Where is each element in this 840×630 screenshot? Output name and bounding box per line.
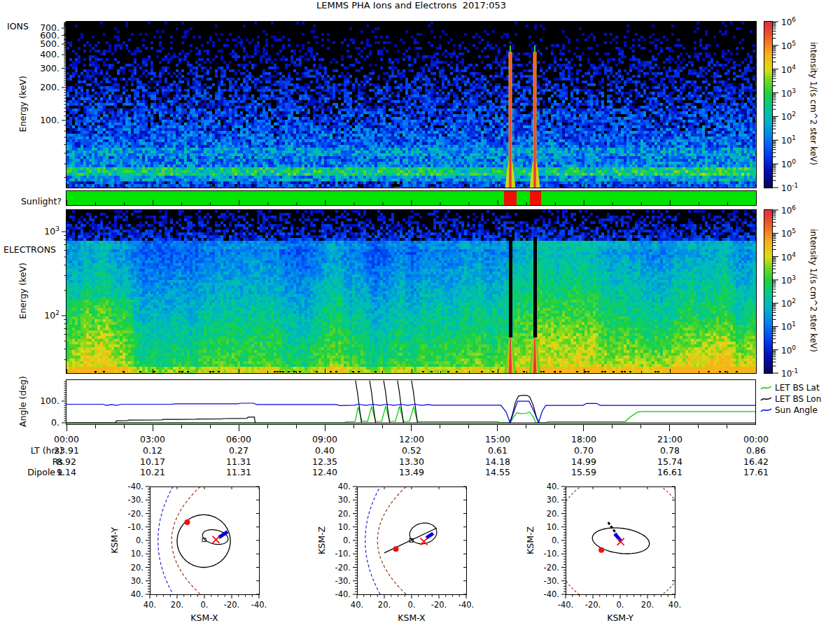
row-value: 0.86 [728,445,784,456]
orbit-yaxis-title: KSM-Y [109,527,120,554]
orbit-yaxis-title: KSM-Z [525,526,536,554]
electron-panel-label: ELECTRONS [4,244,56,255]
row-value: 13.49 [384,467,440,477]
orbit-plot-curves [158,486,230,594]
row-value: 0.12 [125,445,181,456]
legend-item-let-bs-lon: LET BS Lon [760,394,821,404]
time-tick-label: 18:00 [556,434,612,444]
ion-ytick-label: 300. [28,63,59,74]
lemms-plot-page: LEMMS PHA Ions and Electrons 2017:053 IO… [0,0,840,630]
orbit-ytick-label: -40. [128,482,144,491]
time-tick-label: 03:00 [125,434,181,444]
angle-panel [66,379,756,433]
orbit-ytick-label: 20. [131,563,144,573]
orbit-plot-curves [365,486,437,594]
orbit-plot-curves [553,482,690,608]
time-tick-label: 06:00 [211,434,267,444]
orbit-ytick-label: 20. [338,509,351,519]
row-value: 9.14 [38,467,94,477]
ion-colorbar-title: intensity 1/(s cm^2 ster keV) [808,27,818,181]
orbit-ytick-label: -10. [335,549,351,559]
angle-series-let-bs-lon [510,396,539,423]
ion-colorbar-ticks [772,18,782,192]
row-value: 0.78 [642,445,698,456]
electron-colorbar-ticks [772,206,782,378]
orbit-xtick-label: -40. [458,600,474,610]
orbit-ytick-label: 30. [338,495,351,505]
orbit-ytick-label: 0. [136,536,144,545]
row-value: 0.27 [211,445,267,456]
orbit-ytick-label: 10. [131,549,144,559]
sunlight-ticks [66,191,756,205]
orbit-ytick-label: 40. [547,482,559,491]
legend-line-swatch [760,406,772,414]
orbit-ytick-label: 30. [547,495,559,505]
time-tick-label: 15:00 [470,434,526,444]
colorbar-tick-label: 10-1 [781,368,798,379]
ion-spectrogram-canvas [66,22,756,188]
colorbar-tick-label: 100 [781,344,796,356]
orbit-ytick-label: 10. [338,522,351,532]
orbit-xtick-label: 20. [641,600,654,610]
colorbar-tick-label: 104 [781,64,796,75]
orbit-xtick-label: 0. [201,600,209,610]
legend-item-sun-angle: Sun Angle [760,405,818,415]
legend-line-swatch [760,384,772,392]
colorbar-tick-label: 102 [781,111,796,122]
orbit-ytick-label: 20. [547,509,559,519]
orbit-xtick-label: -20. [224,600,239,610]
orbit-ytick-label: -30. [544,576,559,586]
orbit-ytick-label: -30. [335,576,351,586]
orbit-ytick-label: -40. [544,589,559,599]
colorbar-tick-label: 101 [781,321,796,332]
angle-series-let-bs-lon [398,381,404,424]
orbit-ytick-label: 40. [338,482,351,491]
orbit-xtick-label: -40. [251,600,267,610]
orbit-ytick-label: -20. [128,509,144,519]
time-tick-label: 09:00 [297,434,353,444]
orbit-ytick-label: -10. [128,522,144,532]
orbit-xtick-label: 40. [668,600,681,610]
colorbar-tick-label: 106 [781,204,796,216]
row-value: 10.17 [125,456,181,467]
ion-spectrogram-panel [66,21,757,188]
ion-ytick-label: 100. [28,115,59,125]
sunlight-bar [66,190,757,206]
orbit-ytick-label: -20. [544,563,559,573]
time-tick-label: 21:00 [642,434,698,444]
row-value: 0.70 [556,445,612,456]
row-value: 12.35 [297,456,353,467]
orbit-ytick-label: 40. [131,589,144,599]
orbit-xtick-label: 0. [408,600,416,610]
row-value: 14.99 [556,456,612,467]
row-value: 16.42 [728,456,784,467]
row-value: 11.31 [211,467,267,477]
orbit-plots: 40.20.0.-20.-40.-40.-30.-20.-10.0.10.20.… [0,482,840,630]
orbit-xtick-label: -20. [585,600,601,610]
ion-ytick-label: 200. [28,82,59,92]
angle-series-let-bs-lon [66,417,255,424]
orbit-xtick-label: -40. [558,600,573,610]
angle-series-let-bs-lon [370,381,376,424]
ion-ytick-label: 400. [28,49,59,59]
electron-spectrogram-canvas [66,210,756,373]
colorbar-tick-label: 103 [781,88,796,99]
row-value: 8.92 [38,456,94,467]
colorbar-tick-label: 100 [781,158,796,169]
orbit-xtick-label: 0. [617,600,624,610]
orbit-yaxis-title: KSM-Z [316,526,327,554]
colorbar-tick-label: 103 [781,274,796,286]
row-value: 0.40 [297,445,353,456]
row-value: 11.31 [211,456,267,467]
legend-line-swatch [760,395,772,403]
ion-ytick-label: 500. [28,38,59,49]
page-title: LEMMS PHA Ions and Electrons 2017:053 [0,0,822,10]
colorbar-tick-label: 10-1 [781,182,798,193]
colorbar-tick-label: 105 [781,40,796,51]
electron-colorbar-title: intensity 1/(s cm^2 ster keV) [808,214,818,368]
ion-ylabel: Energy (keV) [18,34,28,174]
colorbar-tick-label: 106 [781,16,796,27]
legend-label: Sun Angle [775,405,818,415]
legend-item-let-bs-lat: LET BS Lat [760,383,820,393]
row-value: 17.61 [728,467,784,477]
